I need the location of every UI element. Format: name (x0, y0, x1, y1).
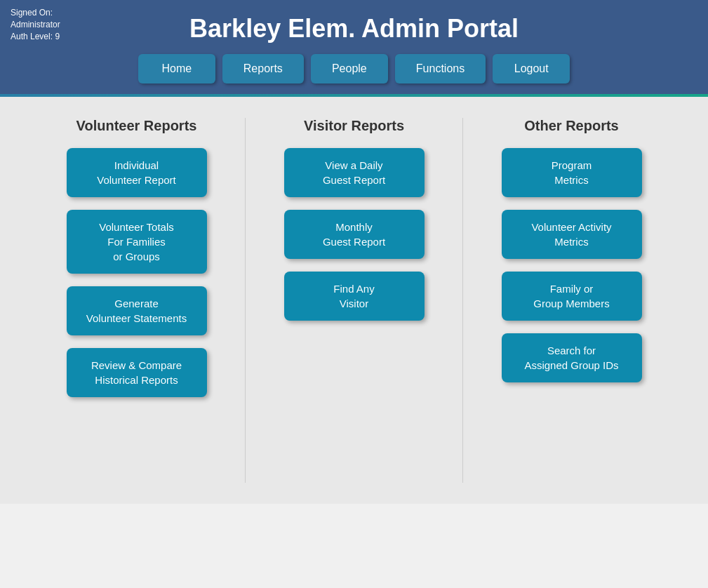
nav-logout[interactable]: Logout (493, 54, 570, 83)
page-title: Barkley Elem. Admin Portal (14, 7, 694, 54)
generate-statements-btn[interactable]: GenerateVolunteer Statements (67, 286, 207, 335)
nav-people[interactable]: People (311, 54, 388, 83)
visitor-reports-title: Visitor Reports (304, 118, 404, 134)
individual-volunteer-btn[interactable]: IndividualVolunteer Report (67, 148, 207, 197)
volunteer-activity-btn[interactable]: Volunteer ActivityMetrics (502, 210, 642, 259)
find-visitor-btn[interactable]: Find AnyVisitor (284, 272, 425, 321)
nav-home[interactable]: Home (138, 54, 215, 83)
program-metrics-btn[interactable]: ProgramMetrics (502, 148, 642, 197)
user-info: Signed On: Administrator Auth Level: 9 (11, 7, 60, 42)
volunteer-totals-btn[interactable]: Volunteer TotalsFor Familiesor Groups (67, 210, 207, 274)
volunteer-reports-column: Volunteer Reports IndividualVolunteer Re… (28, 118, 245, 483)
other-reports-title: Other Reports (524, 118, 618, 134)
monthly-guest-btn[interactable]: MonthlyGuest Report (284, 210, 425, 259)
volunteer-reports-title: Volunteer Reports (76, 118, 197, 134)
family-group-btn[interactable]: Family orGroup Members (502, 272, 642, 321)
historical-reports-btn[interactable]: Review & CompareHistorical Reports (67, 348, 207, 397)
nav-bar: Home Reports People Functions Logout (14, 54, 694, 83)
search-group-ids-btn[interactable]: Search forAssigned Group IDs (502, 333, 642, 382)
nav-reports[interactable]: Reports (222, 54, 304, 83)
visitor-reports-column: Visitor Reports View a DailyGuest Report… (246, 118, 462, 483)
signed-on-label: Signed On: (11, 8, 53, 18)
other-reports-column: Other Reports ProgramMetrics Volunteer A… (463, 118, 680, 483)
nav-functions[interactable]: Functions (395, 54, 486, 83)
daily-guest-btn[interactable]: View a DailyGuest Report (284, 148, 425, 197)
main-content: Volunteer Reports IndividualVolunteer Re… (0, 97, 708, 504)
admin-name: Administrator (11, 20, 60, 29)
auth-level: Auth Level: 9 (11, 32, 60, 41)
header: Signed On: Administrator Auth Level: 9 B… (0, 0, 708, 94)
